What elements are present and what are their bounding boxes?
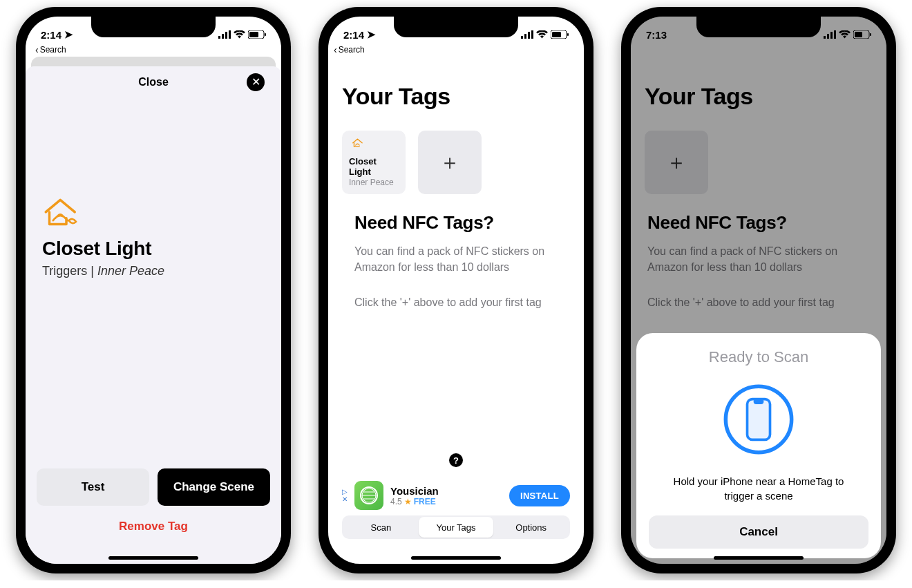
- ad-rating: 4.5: [390, 497, 402, 506]
- notch: [394, 17, 518, 37]
- cellular-icon: [824, 30, 836, 39]
- status-time: 7:13: [646, 29, 667, 41]
- chevron-left-icon: ‹: [334, 44, 337, 55]
- svg-rect-21: [870, 33, 871, 36]
- scan-sheet-title: Ready to Scan: [649, 348, 868, 366]
- svg-rect-6: [265, 33, 266, 36]
- ad-banner[interactable]: ▷✕ Yousician 4.5 ★ FREE INSTALL: [342, 481, 570, 510]
- home-indicator[interactable]: [411, 556, 501, 560]
- svg-rect-23: [748, 399, 770, 440]
- back-search[interactable]: ‹ Search: [26, 44, 281, 55]
- chevron-left-icon: ‹: [35, 44, 39, 55]
- wifi-icon: [234, 30, 245, 39]
- need-tags-heading: Need NFC Tags?: [342, 212, 570, 234]
- wifi-icon: [839, 30, 851, 39]
- question-icon: ?: [453, 455, 459, 466]
- notch: [696, 17, 821, 37]
- remove-tag-button[interactable]: Remove Tag: [26, 520, 281, 533]
- svg-rect-9: [528, 32, 530, 39]
- add-tag-tile[interactable]: ＋: [418, 131, 482, 194]
- status-icons: [824, 30, 871, 39]
- tag-tile-title: Closet Light: [349, 156, 399, 177]
- screen-3: 7:13 Your Tags ＋ Need NFC Tags? You can …: [631, 17, 886, 564]
- home-indicator[interactable]: [714, 556, 804, 560]
- svg-rect-10: [531, 30, 533, 39]
- star-icon: ★: [404, 497, 412, 506]
- need-tags-p2: Click the '+' above to add your first ta…: [342, 294, 570, 310]
- svg-rect-3: [229, 30, 231, 39]
- svg-rect-8: [524, 34, 526, 39]
- location-icon: ➤: [367, 28, 376, 41]
- tab-scan[interactable]: Scan: [343, 517, 419, 538]
- status-icons: [521, 30, 569, 39]
- svg-rect-18: [834, 30, 836, 39]
- svg-rect-13: [567, 33, 569, 36]
- status-icons: [218, 30, 266, 39]
- notch: [91, 17, 216, 37]
- svg-rect-17: [830, 32, 833, 39]
- tag-detail-sheet: Close ✕ Closet Light Triggers | Inner Pe…: [26, 66, 281, 564]
- svg-rect-5: [249, 32, 258, 37]
- bottom-tabs: Scan Your Tags Options: [342, 515, 570, 539]
- change-scene-button[interactable]: Change Scene: [158, 468, 270, 506]
- ad-install-button[interactable]: INSTALL: [509, 485, 570, 506]
- svg-rect-7: [521, 36, 523, 39]
- plus-icon: ＋: [439, 149, 460, 177]
- svg-rect-16: [827, 34, 829, 39]
- svg-rect-12: [552, 32, 561, 37]
- svg-rect-0: [218, 36, 220, 39]
- screen-2: 2:14 ➤ ‹ Search Your Tags: [328, 17, 584, 564]
- hometag-icon: [42, 195, 81, 228]
- scan-sheet-message: Hold your iPhone near a HomeTag to trigg…: [649, 474, 868, 503]
- battery-icon: [551, 30, 569, 39]
- svg-rect-20: [855, 32, 862, 37]
- cellular-icon: [218, 30, 231, 39]
- cancel-button[interactable]: Cancel: [649, 515, 868, 549]
- home-indicator[interactable]: [108, 556, 198, 560]
- close-icon: ✕: [251, 77, 260, 88]
- need-tags-p1: You can find a pack of NFC stickers on A…: [342, 243, 570, 275]
- tab-options[interactable]: Options: [493, 517, 569, 538]
- ad-title: Yousician: [390, 485, 502, 497]
- back-search[interactable]: ‹ Search: [328, 44, 584, 55]
- phone-3: 7:13 Your Tags ＋ Need NFC Tags? You can …: [621, 7, 896, 573]
- phone-1: 2:14 ➤ ‹ Search Close ✕: [16, 7, 291, 573]
- ad-price: FREE: [414, 497, 436, 506]
- phone-2: 2:14 ➤ ‹ Search Your Tags: [319, 7, 593, 573]
- battery-icon: [853, 30, 871, 39]
- ad-choices-icon[interactable]: ▷✕: [342, 488, 348, 503]
- close-label[interactable]: Close: [138, 76, 169, 88]
- svg-rect-2: [225, 32, 227, 39]
- nfc-scan-sheet: Ready to Scan Hold your iPhone near a Ho…: [636, 333, 881, 558]
- tag-tile-sub: Inner Peace: [349, 178, 394, 187]
- svg-rect-15: [824, 36, 826, 39]
- hometag-icon: [349, 137, 367, 148]
- ad-app-icon: [354, 481, 383, 510]
- svg-rect-1: [222, 34, 224, 39]
- tab-your-tags[interactable]: Your Tags: [419, 517, 494, 538]
- location-icon: ➤: [64, 28, 73, 41]
- screen-1: 2:14 ➤ ‹ Search Close ✕: [26, 17, 281, 564]
- nfc-scan-icon: [721, 381, 797, 457]
- battery-icon: [248, 30, 266, 39]
- close-button[interactable]: ✕: [247, 73, 265, 91]
- status-time: 2:14: [343, 29, 364, 41]
- tag-subtitle: Triggers | Inner Peace: [42, 264, 265, 278]
- svg-rect-24: [754, 399, 764, 404]
- test-button[interactable]: Test: [37, 468, 149, 506]
- cellular-icon: [521, 30, 533, 39]
- help-button[interactable]: ?: [449, 453, 463, 467]
- wifi-icon: [536, 30, 548, 39]
- tag-tile[interactable]: Closet Light Inner Peace: [342, 131, 406, 194]
- tag-title: Closet Light: [42, 238, 265, 260]
- status-time: 2:14: [41, 29, 61, 41]
- page-title: Your Tags: [342, 83, 570, 110]
